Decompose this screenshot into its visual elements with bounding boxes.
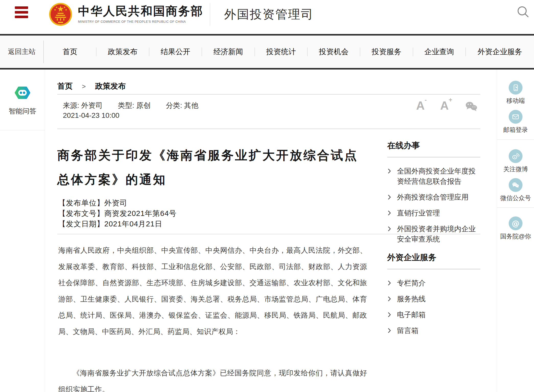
smart-qa-label[interactable]: 智能问答 bbox=[0, 107, 45, 116]
pub-unit: 【发布单位】外资司 bbox=[58, 198, 177, 208]
breadcrumb-separator: > bbox=[82, 83, 86, 90]
chevron-right-icon bbox=[388, 296, 391, 302]
rail-label-state-council: 国务院@你 bbox=[497, 232, 534, 240]
nav-item-foreign-enterprise-service[interactable]: 外资企业服务 bbox=[466, 47, 534, 57]
org-name-cn: 中华人民共和国商务部 bbox=[78, 4, 203, 18]
rail-label-wechat: 微信公众号 bbox=[497, 194, 534, 202]
enterprise-service-item-intro[interactable]: 专栏简介 bbox=[387, 278, 480, 288]
enterprise-service-item-message-box[interactable]: 留言箱 bbox=[387, 326, 480, 336]
org-name-en: MINISTRY OF COMMERCE OF THE PEOPLE'S REP… bbox=[78, 20, 203, 24]
at-icon: @ bbox=[509, 216, 522, 230]
article-paragraph-notice: 《海南省服务业扩大开放综合试点总体方案》已经国务院同意，现印发给你们，请认真做好… bbox=[58, 365, 367, 392]
nav-item-invest-stats[interactable]: 投资统计 bbox=[255, 47, 307, 57]
online-services-list: 全国外商投资企业年度投资经营信息联合报告 外商投资综合管理应用 直销行业管理 外… bbox=[387, 166, 480, 244]
wechat-share-icon[interactable] bbox=[465, 101, 478, 112]
wechat-icon bbox=[509, 178, 522, 192]
header: 中华人民共和国商务部 MINISTRY OF COMMERCE OF THE P… bbox=[0, 0, 534, 34]
rail-label-mobile: 移动端 bbox=[497, 97, 534, 105]
left-rail: 智能问答 bbox=[0, 70, 45, 392]
online-service-item-direct-selling[interactable]: 直销行业管理 bbox=[387, 208, 480, 218]
breadcrumb: 首页 > 政策发布 bbox=[57, 81, 126, 91]
nav-item-results[interactable]: 结果公开 bbox=[149, 47, 202, 57]
online-services-section: 在线办事 全国外商投资企业年度投资经营信息联合报告 外商投资综合管理应用 直销行… bbox=[387, 140, 480, 244]
pub-number: 【发布文号】商资发2021年第64号 bbox=[58, 208, 177, 219]
nav-item-home[interactable]: 首页 bbox=[44, 47, 96, 57]
enterprise-services-heading: 外资企业服务 bbox=[387, 252, 480, 263]
department-title: 外国投资管理司 bbox=[224, 6, 314, 22]
nav-item-invest-service[interactable]: 投资服务 bbox=[360, 47, 413, 57]
enterprise-service-item-hotline[interactable]: 服务热线 bbox=[387, 294, 480, 304]
breadcrumb-current[interactable]: 政策发布 bbox=[95, 82, 126, 90]
meta-category: 分类: 其他 bbox=[166, 101, 199, 109]
chevron-right-icon bbox=[388, 328, 391, 333]
chevron-right-icon bbox=[388, 168, 391, 174]
main-nav: 返回主站 首页 政策发布 结果公开 经济新闻 投资统计 投资机会 投资服务 企业… bbox=[0, 36, 534, 68]
online-services-divider bbox=[387, 157, 480, 157]
chevron-right-icon bbox=[388, 210, 391, 216]
page: 中华人民共和国商务部 MINISTRY OF COMMERCE OF THE P… bbox=[0, 0, 534, 392]
nav-items: 首页 政策发布 结果公开 经济新闻 投资统计 投资机会 投资服务 企业查询 外资… bbox=[44, 36, 534, 68]
breadcrumb-divider bbox=[57, 94, 480, 95]
online-service-item-security-review[interactable]: 外国投资者并购境内企业安全审查系统 bbox=[387, 224, 480, 244]
rail-divider bbox=[497, 140, 534, 140]
mobile-icon bbox=[509, 81, 522, 95]
national-emblem-logo bbox=[49, 2, 73, 26]
rail-item-mail[interactable]: 邮箱登录 bbox=[497, 110, 534, 134]
rail-item-state-council[interactable]: @ 国务院@你 bbox=[497, 216, 534, 240]
nav-back-home[interactable]: 返回主站 bbox=[0, 36, 43, 68]
nav-item-invest-opportunity[interactable]: 投资机会 bbox=[308, 47, 360, 57]
enterprise-services-list: 专栏简介 服务热线 电子邮箱 留言箱 bbox=[387, 278, 480, 336]
font-decrease-button[interactable]: A- bbox=[416, 100, 427, 111]
chevron-right-icon bbox=[388, 312, 391, 317]
enterprise-services-section: 外资企业服务 专栏简介 服务热线 电子邮箱 留言箱 bbox=[387, 252, 480, 336]
hamburger-menu-icon[interactable] bbox=[15, 6, 28, 18]
chevron-right-icon bbox=[388, 226, 391, 232]
weibo-icon bbox=[509, 149, 522, 163]
article-paragraph-recipients: 海南省人民政府，中央组织部、中央宣传部、中央网信办、中央台办，最高人民法院，外交… bbox=[58, 242, 367, 340]
rail-divider bbox=[497, 207, 534, 208]
online-services-heading: 在线办事 bbox=[387, 140, 480, 151]
rail-item-wechat[interactable]: 微信公众号 bbox=[497, 178, 534, 202]
meta-datetime: 2021-04-23 10:00 bbox=[63, 111, 119, 120]
online-service-item-management-app[interactable]: 外商投资综合管理应用 bbox=[387, 192, 480, 202]
article-title: 商务部关于印发《海南省服务业扩大开放综合试点总体方案》的通知 bbox=[57, 143, 364, 192]
mail-icon bbox=[509, 110, 522, 124]
breadcrumb-home[interactable]: 首页 bbox=[57, 82, 73, 90]
publication-info: 【发布单位】外资司 【发布文号】商资发2021年第64号 【发文日期】2021年… bbox=[58, 198, 177, 229]
enterprise-service-item-email[interactable]: 电子邮箱 bbox=[387, 310, 480, 320]
online-service-item-annual-report[interactable]: 全国外商投资企业年度投资经营信息联合报告 bbox=[387, 166, 480, 187]
rail-label-weibo: 关注微博 bbox=[497, 165, 534, 173]
article-meta: 来源: 外资司 类型: 原创 分类: 其他 bbox=[63, 101, 212, 110]
enterprise-services-divider bbox=[387, 269, 480, 269]
smart-qa-button[interactable] bbox=[0, 85, 45, 101]
nav-bottom-bar bbox=[0, 68, 534, 70]
search-icon[interactable] bbox=[516, 5, 530, 19]
nav-item-econ-news[interactable]: 经济新闻 bbox=[202, 47, 254, 57]
chevron-right-icon bbox=[388, 194, 391, 200]
robot-icon bbox=[14, 85, 31, 100]
font-increase-button[interactable]: A+ bbox=[440, 100, 452, 111]
rail-item-weibo[interactable]: 关注微博 bbox=[497, 149, 534, 173]
meta-source: 来源: 外资司 bbox=[63, 101, 103, 109]
left-rail-divider bbox=[0, 130, 45, 130]
nav-item-enterprise-query[interactable]: 企业查询 bbox=[413, 47, 465, 57]
org-name: 中华人民共和国商务部 MINISTRY OF COMMERCE OF THE P… bbox=[78, 4, 203, 24]
meta-divider bbox=[57, 129, 480, 129]
meta-type: 类型: 原创 bbox=[118, 101, 151, 109]
right-rail: 移动端 邮箱登录 关注微博 bbox=[497, 70, 534, 392]
chevron-right-icon bbox=[388, 280, 391, 286]
nav-item-policy[interactable]: 政策发布 bbox=[96, 47, 149, 57]
rail-item-mobile[interactable]: 移动端 bbox=[497, 81, 534, 105]
rail-label-mail: 邮箱登录 bbox=[497, 126, 534, 134]
pub-date: 【发文日期】2021年04月21日 bbox=[58, 219, 177, 229]
header-divider bbox=[210, 3, 210, 26]
